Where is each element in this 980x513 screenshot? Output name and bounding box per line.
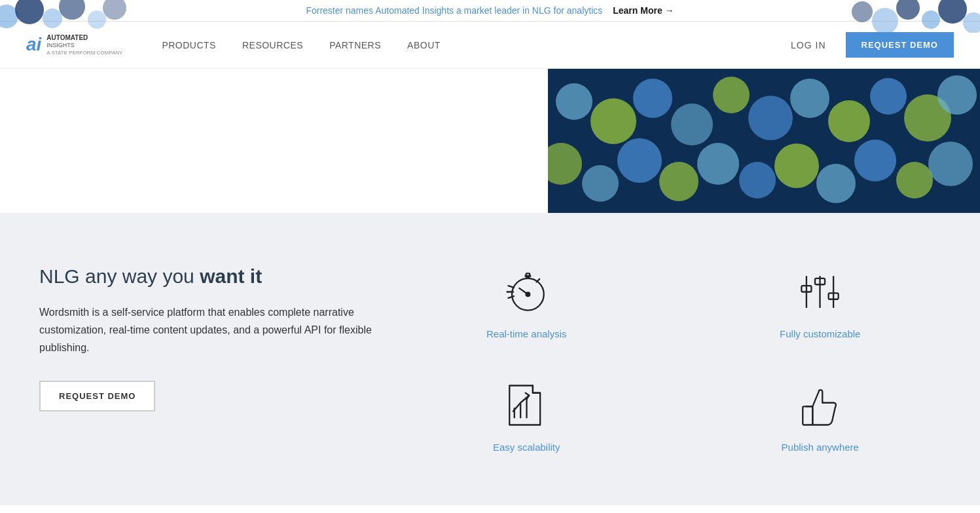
svg-line-44 bbox=[508, 286, 513, 288]
svg-rect-55 bbox=[803, 406, 813, 425]
svg-point-32 bbox=[896, 162, 933, 199]
svg-point-4 bbox=[88, 10, 106, 29]
svg-point-2 bbox=[43, 9, 62, 28]
thumbsup-icon bbox=[794, 379, 846, 431]
svg-point-20 bbox=[870, 78, 907, 115]
hero-left bbox=[0, 69, 548, 213]
navbar: ai AUTOMATED INSIGHTS A STATE PERFORM CO… bbox=[0, 22, 980, 69]
svg-point-28 bbox=[739, 162, 776, 199]
speedometer-icon bbox=[500, 265, 553, 318]
svg-point-8 bbox=[896, 0, 920, 20]
nav-about[interactable]: ABOUT bbox=[407, 40, 441, 50]
feature-grid: Real-time analysis Fully customizable bbox=[406, 265, 941, 453]
svg-point-14 bbox=[633, 79, 672, 118]
feature-label-customizable: Fully customizable bbox=[780, 328, 860, 339]
feature-description: Wordsmith is a self-service platform tha… bbox=[39, 303, 380, 357]
svg-point-5 bbox=[103, 0, 126, 20]
logo-ai-text: ai bbox=[26, 34, 41, 55]
feature-item-realtime: Real-time analysis bbox=[486, 265, 567, 339]
svg-point-10 bbox=[938, 0, 967, 24]
feature-request-demo-button[interactable]: REQUEST DEMO bbox=[39, 381, 155, 411]
svg-point-23 bbox=[548, 143, 582, 185]
nav-links: PRODUCTS RESOURCES PARTNERS ABOUT bbox=[162, 40, 791, 50]
nav-actions: LOG IN REQUEST DEMO bbox=[791, 32, 954, 58]
sliders-icon bbox=[794, 265, 846, 318]
feature-item-publish: Publish anywhere bbox=[782, 379, 859, 453]
svg-point-41 bbox=[526, 292, 530, 296]
hero-right bbox=[548, 69, 980, 213]
svg-point-24 bbox=[582, 165, 619, 202]
svg-point-12 bbox=[556, 83, 592, 120]
svg-point-30 bbox=[816, 164, 856, 203]
svg-point-6 bbox=[852, 1, 873, 22]
hero-area bbox=[0, 69, 980, 213]
svg-point-3 bbox=[59, 0, 85, 20]
svg-point-16 bbox=[713, 77, 750, 113]
svg-point-11 bbox=[963, 12, 980, 33]
nav-products[interactable]: PRODUCTS bbox=[162, 40, 216, 50]
svg-point-17 bbox=[748, 96, 793, 140]
logo[interactable]: ai AUTOMATED INSIGHTS A STATE PERFORM CO… bbox=[26, 33, 122, 56]
learn-more-link[interactable]: Learn More → bbox=[613, 5, 674, 16]
feature-title: NLG any way you want it bbox=[39, 265, 380, 288]
top-banner: Forrester names Automated Insights a mar… bbox=[0, 0, 980, 22]
svg-point-33 bbox=[928, 142, 973, 186]
feature-label-publish: Publish anywhere bbox=[782, 442, 859, 453]
svg-point-31 bbox=[854, 140, 896, 181]
banner-text: Forrester names Automated Insights a mar… bbox=[306, 5, 602, 16]
svg-point-19 bbox=[828, 100, 870, 142]
feature-label-realtime: Real-time analysis bbox=[486, 328, 567, 339]
svg-point-1 bbox=[15, 0, 44, 24]
nav-resources[interactable]: RESOURCES bbox=[242, 40, 303, 50]
svg-point-29 bbox=[774, 143, 819, 188]
dots-right-decoration bbox=[849, 0, 980, 33]
svg-point-22 bbox=[937, 75, 977, 115]
svg-point-25 bbox=[617, 138, 662, 183]
svg-point-27 bbox=[697, 143, 739, 185]
svg-point-26 bbox=[659, 162, 699, 201]
svg-rect-38 bbox=[526, 273, 530, 276]
request-demo-button[interactable]: REQUEST DEMO bbox=[846, 32, 954, 58]
chart-growth-icon bbox=[500, 379, 553, 431]
svg-point-18 bbox=[790, 79, 829, 118]
nav-partners[interactable]: PARTNERS bbox=[329, 40, 381, 50]
svg-point-7 bbox=[872, 8, 898, 33]
feature-item-scalability: Easy scalability bbox=[493, 379, 560, 453]
feature-left: NLG any way you want it Wordsmith is a s… bbox=[39, 265, 380, 453]
svg-point-15 bbox=[671, 104, 713, 145]
svg-line-39 bbox=[536, 278, 539, 282]
dot-pattern-decoration bbox=[548, 69, 980, 213]
feature-section: NLG any way you want it Wordsmith is a s… bbox=[0, 213, 980, 505]
login-link[interactable]: LOG IN bbox=[791, 40, 826, 50]
feature-item-customizable: Fully customizable bbox=[780, 265, 860, 339]
svg-point-9 bbox=[922, 10, 940, 29]
feature-label-scalability: Easy scalability bbox=[493, 442, 560, 453]
logo-company-text: AUTOMATED INSIGHTS A STATE PERFORM COMPA… bbox=[46, 33, 122, 56]
svg-point-13 bbox=[590, 98, 636, 144]
dots-left-decoration bbox=[0, 0, 131, 33]
